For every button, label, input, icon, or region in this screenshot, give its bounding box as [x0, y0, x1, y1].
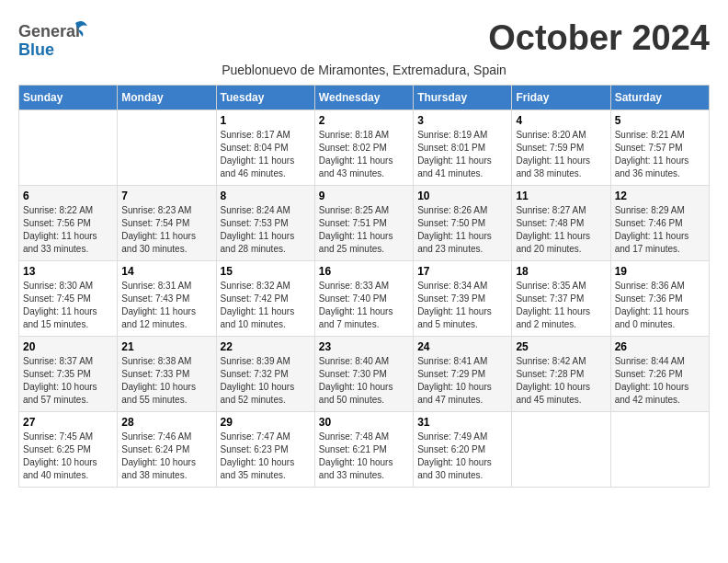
calendar-cell: 30Sunrise: 7:48 AM Sunset: 6:21 PM Dayli… — [314, 412, 413, 488]
day-number: 20 — [23, 340, 113, 353]
day-info: Sunrise: 8:20 AM Sunset: 7:59 PM Dayligh… — [516, 129, 606, 180]
day-number: 18 — [516, 265, 606, 278]
calendar-cell — [19, 110, 118, 186]
weekday-header-saturday: Saturday — [610, 86, 709, 110]
day-info: Sunrise: 8:21 AM Sunset: 7:57 PM Dayligh… — [615, 129, 705, 180]
day-info: Sunrise: 8:32 AM Sunset: 7:42 PM Dayligh… — [221, 280, 311, 331]
day-info: Sunrise: 8:19 AM Sunset: 8:01 PM Dayligh… — [417, 129, 507, 180]
calendar-cell: 19Sunrise: 8:36 AM Sunset: 7:36 PM Dayli… — [610, 261, 709, 337]
day-number: 7 — [121, 190, 211, 202]
logo: GeneralBlue — [18, 18, 92, 59]
day-info: Sunrise: 8:31 AM Sunset: 7:43 PM Dayligh… — [121, 280, 211, 331]
day-number: 16 — [319, 265, 409, 278]
day-info: Sunrise: 7:48 AM Sunset: 6:21 PM Dayligh… — [319, 431, 409, 482]
calendar-cell — [610, 412, 709, 488]
calendar-cell: 9Sunrise: 8:25 AM Sunset: 7:51 PM Daylig… — [314, 186, 413, 261]
day-info: Sunrise: 8:38 AM Sunset: 7:33 PM Dayligh… — [121, 355, 211, 407]
calendar-cell: 11Sunrise: 8:27 AM Sunset: 7:48 PM Dayli… — [512, 186, 610, 261]
day-info: Sunrise: 8:25 AM Sunset: 7:51 PM Dayligh… — [319, 204, 409, 256]
logo-svg: GeneralBlue — [18, 18, 92, 59]
weekday-header-thursday: Thursday — [414, 86, 512, 110]
calendar-cell: 18Sunrise: 8:35 AM Sunset: 7:37 PM Dayli… — [512, 261, 610, 337]
calendar-table: SundayMondayTuesdayWednesdayThursdayFrid… — [18, 85, 710, 488]
day-info: Sunrise: 8:40 AM Sunset: 7:30 PM Dayligh… — [319, 355, 409, 407]
day-info: Sunrise: 8:39 AM Sunset: 7:32 PM Dayligh… — [221, 355, 311, 407]
day-info: Sunrise: 8:44 AM Sunset: 7:26 PM Dayligh… — [615, 355, 705, 407]
day-number: 29 — [221, 416, 311, 429]
page-header: GeneralBlue October 2024 — [18, 18, 710, 59]
day-info: Sunrise: 8:27 AM Sunset: 7:48 PM Dayligh… — [516, 204, 606, 256]
day-number: 1 — [221, 114, 311, 127]
calendar-cell: 8Sunrise: 8:24 AM Sunset: 7:53 PM Daylig… — [216, 186, 314, 261]
calendar-cell: 27Sunrise: 7:45 AM Sunset: 6:25 PM Dayli… — [19, 412, 118, 488]
day-number: 12 — [615, 190, 705, 202]
day-info: Sunrise: 8:36 AM Sunset: 7:36 PM Dayligh… — [615, 280, 705, 331]
day-number: 9 — [319, 190, 409, 202]
week-row-5: 27Sunrise: 7:45 AM Sunset: 6:25 PM Dayli… — [19, 412, 710, 488]
calendar-cell: 22Sunrise: 8:39 AM Sunset: 7:32 PM Dayli… — [216, 337, 314, 412]
day-info: Sunrise: 8:41 AM Sunset: 7:29 PM Dayligh… — [417, 355, 507, 407]
week-row-3: 13Sunrise: 8:30 AM Sunset: 7:45 PM Dayli… — [19, 261, 710, 337]
day-number: 25 — [516, 340, 606, 353]
day-info: Sunrise: 8:29 AM Sunset: 7:46 PM Dayligh… — [615, 204, 705, 256]
calendar-cell: 20Sunrise: 8:37 AM Sunset: 7:35 PM Dayli… — [19, 337, 118, 412]
day-info: Sunrise: 7:47 AM Sunset: 6:23 PM Dayligh… — [221, 431, 311, 482]
day-info: Sunrise: 8:18 AM Sunset: 8:02 PM Dayligh… — [319, 129, 409, 180]
day-number: 6 — [23, 190, 113, 202]
day-info: Sunrise: 7:46 AM Sunset: 6:24 PM Dayligh… — [121, 431, 211, 482]
calendar-cell: 15Sunrise: 8:32 AM Sunset: 7:42 PM Dayli… — [216, 261, 314, 337]
calendar-cell: 17Sunrise: 8:34 AM Sunset: 7:39 PM Dayli… — [414, 261, 512, 337]
day-info: Sunrise: 8:33 AM Sunset: 7:40 PM Dayligh… — [319, 280, 409, 331]
day-number: 14 — [121, 265, 211, 278]
calendar-cell: 4Sunrise: 8:20 AM Sunset: 7:59 PM Daylig… — [512, 110, 610, 186]
calendar-cell: 1Sunrise: 8:17 AM Sunset: 8:04 PM Daylig… — [216, 110, 314, 186]
weekday-header-row: SundayMondayTuesdayWednesdayThursdayFrid… — [19, 86, 710, 110]
calendar-cell: 31Sunrise: 7:49 AM Sunset: 6:20 PM Dayli… — [414, 412, 512, 488]
day-info: Sunrise: 7:45 AM Sunset: 6:25 PM Dayligh… — [23, 431, 113, 482]
calendar-cell — [512, 412, 610, 488]
day-number: 28 — [121, 416, 211, 429]
day-number: 23 — [319, 340, 409, 353]
day-info: Sunrise: 8:26 AM Sunset: 7:50 PM Dayligh… — [417, 204, 507, 256]
calendar-cell: 29Sunrise: 7:47 AM Sunset: 6:23 PM Dayli… — [216, 412, 314, 488]
day-info: Sunrise: 8:34 AM Sunset: 7:39 PM Dayligh… — [417, 280, 507, 331]
week-row-1: 1Sunrise: 8:17 AM Sunset: 8:04 PM Daylig… — [19, 110, 710, 186]
day-number: 31 — [417, 416, 507, 429]
calendar-cell: 12Sunrise: 8:29 AM Sunset: 7:46 PM Dayli… — [610, 186, 709, 261]
day-number: 8 — [221, 190, 311, 202]
calendar-cell: 7Sunrise: 8:23 AM Sunset: 7:54 PM Daylig… — [118, 186, 216, 261]
day-number: 24 — [417, 340, 507, 353]
calendar-cell: 28Sunrise: 7:46 AM Sunset: 6:24 PM Dayli… — [118, 412, 216, 488]
day-number: 30 — [319, 416, 409, 429]
svg-text:Blue: Blue — [18, 40, 54, 59]
weekday-header-tuesday: Tuesday — [216, 86, 314, 110]
svg-text:General: General — [18, 22, 80, 40]
weekday-header-sunday: Sunday — [19, 86, 118, 110]
calendar-cell: 23Sunrise: 8:40 AM Sunset: 7:30 PM Dayli… — [314, 337, 413, 412]
day-info: Sunrise: 7:49 AM Sunset: 6:20 PM Dayligh… — [417, 431, 507, 482]
day-number: 17 — [417, 265, 507, 278]
day-info: Sunrise: 8:22 AM Sunset: 7:56 PM Dayligh… — [23, 204, 113, 256]
day-number: 2 — [319, 114, 409, 127]
calendar-cell: 25Sunrise: 8:42 AM Sunset: 7:28 PM Dayli… — [512, 337, 610, 412]
day-number: 19 — [615, 265, 705, 278]
day-number: 5 — [615, 114, 705, 127]
weekday-header-monday: Monday — [118, 86, 216, 110]
day-info: Sunrise: 8:23 AM Sunset: 7:54 PM Dayligh… — [121, 204, 211, 256]
calendar-cell: 26Sunrise: 8:44 AM Sunset: 7:26 PM Dayli… — [610, 337, 709, 412]
day-number: 13 — [23, 265, 113, 278]
weekday-header-wednesday: Wednesday — [314, 86, 413, 110]
calendar-cell: 24Sunrise: 8:41 AM Sunset: 7:29 PM Dayli… — [414, 337, 512, 412]
day-number: 3 — [417, 114, 507, 127]
calendar-cell: 2Sunrise: 8:18 AM Sunset: 8:02 PM Daylig… — [314, 110, 413, 186]
day-number: 4 — [516, 114, 606, 127]
week-row-4: 20Sunrise: 8:37 AM Sunset: 7:35 PM Dayli… — [19, 337, 710, 412]
calendar-cell: 6Sunrise: 8:22 AM Sunset: 7:56 PM Daylig… — [19, 186, 118, 261]
calendar-cell: 16Sunrise: 8:33 AM Sunset: 7:40 PM Dayli… — [314, 261, 413, 337]
calendar-cell: 21Sunrise: 8:38 AM Sunset: 7:33 PM Dayli… — [118, 337, 216, 412]
day-number: 15 — [221, 265, 311, 278]
day-info: Sunrise: 8:24 AM Sunset: 7:53 PM Dayligh… — [221, 204, 311, 256]
day-info: Sunrise: 8:30 AM Sunset: 7:45 PM Dayligh… — [23, 280, 113, 331]
day-info: Sunrise: 8:17 AM Sunset: 8:04 PM Dayligh… — [221, 129, 311, 180]
day-info: Sunrise: 8:35 AM Sunset: 7:37 PM Dayligh… — [516, 280, 606, 331]
